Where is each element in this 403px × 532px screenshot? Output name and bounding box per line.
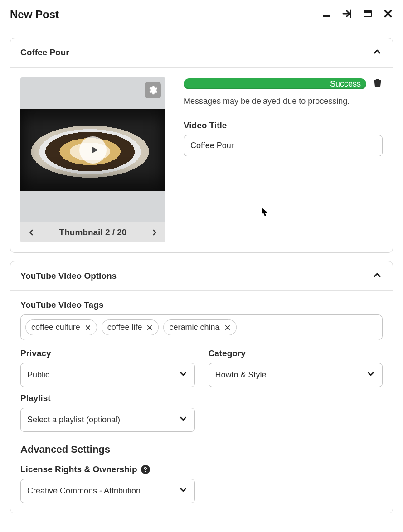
post-card-header[interactable]: Coffee Pour: [10, 38, 393, 68]
chevron-up-icon: [372, 46, 383, 59]
thumbnail-nav: Thumbnail 2 / 20: [20, 222, 165, 242]
playlist-label: Playlist: [20, 393, 195, 403]
video-title-label: Video Title: [184, 121, 383, 131]
thumbnail-prev-button[interactable]: [25, 226, 38, 239]
chevron-down-icon: [178, 369, 188, 381]
playlist-select[interactable]: Select a playlist (optional): [20, 408, 195, 432]
license-select[interactable]: Creative Commons - Attribution: [20, 479, 195, 503]
post-details: Success Messages may be delayed due to p…: [184, 77, 383, 156]
maximize-icon[interactable]: [362, 8, 373, 21]
tags-label: YouTube Video Tags: [20, 300, 383, 310]
dock-right-icon[interactable]: [341, 8, 352, 21]
options-card-header[interactable]: YouTube Video Options: [10, 261, 393, 291]
privacy-label: Privacy: [20, 348, 195, 358]
thumbnail-next-button[interactable]: [148, 226, 161, 239]
minimize-icon[interactable]: [321, 9, 331, 20]
privacy-value: Public: [27, 370, 49, 380]
license-label: License Rights & Ownership: [20, 464, 137, 474]
tag-chip: coffee culture: [25, 319, 97, 335]
tag-text: ceramic china: [169, 323, 219, 332]
thumbnail-counter: Thumbnail 2 / 20: [59, 227, 127, 237]
page-title: New Post: [10, 8, 59, 21]
chevron-down-icon: [178, 485, 188, 497]
play-icon[interactable]: [79, 136, 107, 164]
upload-status-text: Success: [330, 79, 361, 89]
tag-text: coffee life: [107, 323, 142, 332]
svg-rect-2: [364, 13, 371, 16]
options-card-body: YouTube Video Tags coffee culture coffee…: [10, 291, 393, 513]
post-card-title: Coffee Pour: [20, 48, 69, 58]
category-label: Category: [209, 348, 383, 358]
svg-rect-0: [323, 15, 330, 17]
privacy-select[interactable]: Public: [20, 363, 195, 387]
options-card: YouTube Video Options YouTube Video Tags…: [10, 261, 393, 513]
post-card-body: Thumbnail 2 / 20 Success Messages may be…: [10, 68, 393, 252]
category-value: Howto & Style: [215, 370, 267, 380]
help-icon[interactable]: ?: [141, 465, 150, 474]
advanced-settings-heading: Advanced Settings: [20, 444, 383, 455]
tag-text: coffee culture: [31, 323, 80, 332]
video-title-input[interactable]: [184, 135, 383, 156]
tag-remove-icon[interactable]: [85, 324, 91, 331]
app-header: New Post: [0, 0, 403, 29]
close-icon[interactable]: [383, 9, 393, 20]
processing-note: Messages may be delayed due to processin…: [184, 97, 383, 106]
chevron-down-icon: [178, 414, 188, 426]
tag-remove-icon[interactable]: [224, 324, 231, 331]
options-card-title: YouTube Video Options: [20, 271, 117, 281]
chevron-down-icon: [366, 369, 376, 381]
tags-input[interactable]: coffee culture coffee life ceramic china: [20, 314, 383, 340]
playlist-value: Select a playlist (optional): [27, 415, 120, 425]
post-card: Coffee Pour: [10, 38, 393, 253]
thumbnail-settings-button[interactable]: [145, 82, 161, 98]
chevron-up-icon: [372, 270, 383, 282]
tag-remove-icon[interactable]: [146, 324, 153, 331]
category-select[interactable]: Howto & Style: [209, 363, 383, 387]
upload-progress-bar: Success: [184, 78, 366, 89]
tag-chip: coffee life: [102, 319, 159, 335]
license-value: Creative Commons - Attribution: [27, 486, 141, 496]
thumbnail-area: Thumbnail 2 / 20: [20, 77, 165, 242]
thumbnail-preview[interactable]: [20, 77, 165, 222]
tag-chip: ceramic china: [163, 319, 236, 335]
header-actions: [321, 8, 393, 21]
delete-button[interactable]: [373, 77, 383, 90]
